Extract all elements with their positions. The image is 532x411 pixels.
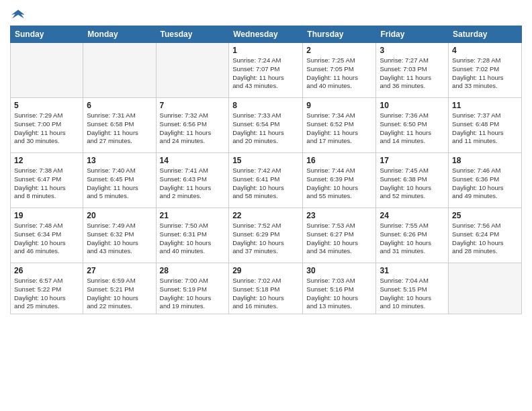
- day-info: Sunrise: 7:37 AM Sunset: 6:48 PM Dayligh…: [452, 111, 518, 146]
- day-info: Sunrise: 7:52 AM Sunset: 6:29 PM Dayligh…: [232, 222, 299, 256]
- day-number: 15: [232, 156, 299, 165]
- calendar-cell: 21Sunrise: 7:50 AM Sunset: 6:31 PM Dayli…: [156, 208, 229, 263]
- day-info: Sunrise: 7:56 AM Sunset: 6:24 PM Dayligh…: [452, 222, 518, 256]
- calendar-cell: 20Sunrise: 7:49 AM Sunset: 6:32 PM Dayli…: [83, 208, 156, 263]
- calendar-cell: [449, 263, 522, 314]
- day-info: Sunrise: 7:00 AM Sunset: 5:19 PM Dayligh…: [160, 277, 226, 311]
- calendar-week-1: 5Sunrise: 7:29 AM Sunset: 7:00 PM Daylig…: [11, 98, 522, 153]
- day-info: Sunrise: 7:27 AM Sunset: 7:03 PM Dayligh…: [380, 56, 445, 91]
- day-number: 4: [452, 46, 518, 55]
- header: [10, 7, 522, 20]
- day-number: 16: [306, 156, 372, 165]
- weekday-row: SundayMondayTuesdayWednesdayThursdayFrid…: [11, 26, 522, 43]
- day-info: Sunrise: 7:02 AM Sunset: 5:18 PM Dayligh…: [232, 277, 299, 311]
- calendar-cell: 13Sunrise: 7:40 AM Sunset: 6:45 PM Dayli…: [83, 153, 156, 208]
- day-number: 24: [380, 211, 445, 220]
- calendar-week-3: 19Sunrise: 7:48 AM Sunset: 6:34 PM Dayli…: [11, 208, 522, 263]
- day-info: Sunrise: 7:41 AM Sunset: 6:43 PM Dayligh…: [160, 167, 226, 201]
- day-number: 14: [160, 156, 226, 165]
- day-number: 2: [306, 46, 372, 55]
- calendar-cell: 31Sunrise: 7:04 AM Sunset: 5:15 PM Dayli…: [376, 263, 449, 314]
- calendar-cell: 7Sunrise: 7:32 AM Sunset: 6:56 PM Daylig…: [156, 98, 229, 153]
- day-info: Sunrise: 7:42 AM Sunset: 6:41 PM Dayligh…: [232, 167, 299, 201]
- day-info: Sunrise: 7:44 AM Sunset: 6:39 PM Dayligh…: [306, 167, 372, 201]
- calendar-cell: [83, 43, 156, 98]
- calendar-cell: 11Sunrise: 7:37 AM Sunset: 6:48 PM Dayli…: [449, 98, 522, 153]
- calendar-cell: 8Sunrise: 7:33 AM Sunset: 6:54 PM Daylig…: [229, 98, 303, 153]
- calendar-cell: [156, 43, 229, 98]
- weekday-header-friday: Friday: [376, 26, 449, 43]
- day-info: Sunrise: 7:53 AM Sunset: 6:27 PM Dayligh…: [306, 222, 372, 256]
- calendar-cell: [11, 43, 83, 98]
- day-info: Sunrise: 7:40 AM Sunset: 6:45 PM Dayligh…: [87, 167, 152, 201]
- calendar-cell: 18Sunrise: 7:46 AM Sunset: 6:36 PM Dayli…: [449, 153, 522, 208]
- day-number: 5: [14, 101, 79, 110]
- calendar-cell: 4Sunrise: 7:28 AM Sunset: 7:02 PM Daylig…: [449, 43, 522, 98]
- calendar-cell: 23Sunrise: 7:53 AM Sunset: 6:27 PM Dayli…: [303, 208, 376, 263]
- calendar-cell: 12Sunrise: 7:38 AM Sunset: 6:47 PM Dayli…: [11, 153, 83, 208]
- calendar-cell: 26Sunrise: 6:57 AM Sunset: 5:22 PM Dayli…: [11, 263, 83, 314]
- calendar-cell: 14Sunrise: 7:41 AM Sunset: 6:43 PM Dayli…: [156, 153, 229, 208]
- calendar-cell: 10Sunrise: 7:36 AM Sunset: 6:50 PM Dayli…: [376, 98, 449, 153]
- day-info: Sunrise: 7:32 AM Sunset: 6:56 PM Dayligh…: [160, 111, 226, 146]
- calendar: SundayMondayTuesdayWednesdayThursdayFrid…: [10, 26, 522, 314]
- day-info: Sunrise: 7:45 AM Sunset: 6:38 PM Dayligh…: [380, 167, 445, 201]
- weekday-header-tuesday: Tuesday: [156, 26, 229, 43]
- calendar-cell: 16Sunrise: 7:44 AM Sunset: 6:39 PM Dayli…: [303, 153, 376, 208]
- day-number: 21: [160, 211, 226, 220]
- calendar-week-0: 1Sunrise: 7:24 AM Sunset: 7:07 PM Daylig…: [11, 43, 522, 98]
- day-info: Sunrise: 7:50 AM Sunset: 6:31 PM Dayligh…: [160, 222, 226, 256]
- day-number: 30: [306, 266, 372, 275]
- day-info: Sunrise: 7:55 AM Sunset: 6:26 PM Dayligh…: [380, 222, 445, 256]
- calendar-week-2: 12Sunrise: 7:38 AM Sunset: 6:47 PM Dayli…: [11, 153, 522, 208]
- calendar-cell: 22Sunrise: 7:52 AM Sunset: 6:29 PM Dayli…: [229, 208, 303, 263]
- weekday-header-saturday: Saturday: [449, 26, 522, 43]
- calendar-cell: 5Sunrise: 7:29 AM Sunset: 7:00 PM Daylig…: [11, 98, 83, 153]
- day-number: 9: [306, 101, 372, 110]
- day-info: Sunrise: 7:25 AM Sunset: 7:05 PM Dayligh…: [306, 56, 372, 91]
- calendar-cell: 28Sunrise: 7:00 AM Sunset: 5:19 PM Dayli…: [156, 263, 229, 314]
- day-number: 29: [232, 266, 299, 275]
- day-info: Sunrise: 7:38 AM Sunset: 6:47 PM Dayligh…: [14, 167, 79, 201]
- day-number: 25: [452, 211, 518, 220]
- day-number: 17: [380, 156, 445, 165]
- day-info: Sunrise: 7:36 AM Sunset: 6:50 PM Dayligh…: [380, 111, 445, 146]
- day-info: Sunrise: 7:33 AM Sunset: 6:54 PM Dayligh…: [232, 111, 299, 146]
- calendar-cell: 2Sunrise: 7:25 AM Sunset: 7:05 PM Daylig…: [303, 43, 376, 98]
- weekday-header-thursday: Thursday: [303, 26, 376, 43]
- page: SundayMondayTuesdayWednesdayThursdayFrid…: [0, 0, 532, 411]
- day-number: 1: [232, 46, 299, 55]
- weekday-header-wednesday: Wednesday: [229, 26, 303, 43]
- day-info: Sunrise: 7:24 AM Sunset: 7:07 PM Dayligh…: [232, 56, 299, 91]
- logo-bird-icon: [11, 7, 26, 21]
- day-info: Sunrise: 7:03 AM Sunset: 5:16 PM Dayligh…: [306, 277, 372, 311]
- day-number: 20: [87, 211, 152, 220]
- day-info: Sunrise: 7:46 AM Sunset: 6:36 PM Dayligh…: [452, 167, 518, 201]
- day-info: Sunrise: 7:04 AM Sunset: 5:15 PM Dayligh…: [380, 277, 445, 311]
- day-number: 27: [87, 266, 152, 275]
- day-number: 12: [14, 156, 79, 165]
- day-info: Sunrise: 7:29 AM Sunset: 7:00 PM Dayligh…: [14, 111, 79, 146]
- day-number: 23: [306, 211, 372, 220]
- weekday-header-monday: Monday: [83, 26, 156, 43]
- day-number: 6: [87, 101, 152, 110]
- day-number: 19: [14, 211, 79, 220]
- day-info: Sunrise: 7:49 AM Sunset: 6:32 PM Dayligh…: [87, 222, 152, 256]
- day-info: Sunrise: 6:59 AM Sunset: 5:21 PM Dayligh…: [87, 277, 152, 311]
- calendar-body: 1Sunrise: 7:24 AM Sunset: 7:07 PM Daylig…: [11, 43, 522, 314]
- calendar-cell: 24Sunrise: 7:55 AM Sunset: 6:26 PM Dayli…: [376, 208, 449, 263]
- day-info: Sunrise: 6:57 AM Sunset: 5:22 PM Dayligh…: [14, 277, 79, 311]
- day-number: 8: [232, 101, 299, 110]
- calendar-cell: 27Sunrise: 6:59 AM Sunset: 5:21 PM Dayli…: [83, 263, 156, 314]
- day-number: 28: [160, 266, 226, 275]
- logo: [10, 7, 26, 20]
- day-number: 13: [87, 156, 152, 165]
- calendar-header: SundayMondayTuesdayWednesdayThursdayFrid…: [11, 26, 522, 43]
- weekday-header-sunday: Sunday: [11, 26, 83, 43]
- day-info: Sunrise: 7:34 AM Sunset: 6:52 PM Dayligh…: [306, 111, 372, 146]
- day-info: Sunrise: 7:31 AM Sunset: 6:58 PM Dayligh…: [87, 111, 152, 146]
- day-number: 7: [160, 101, 226, 110]
- calendar-cell: 1Sunrise: 7:24 AM Sunset: 7:07 PM Daylig…: [229, 43, 303, 98]
- day-info: Sunrise: 7:28 AM Sunset: 7:02 PM Dayligh…: [452, 56, 518, 91]
- logo-text: [10, 7, 26, 21]
